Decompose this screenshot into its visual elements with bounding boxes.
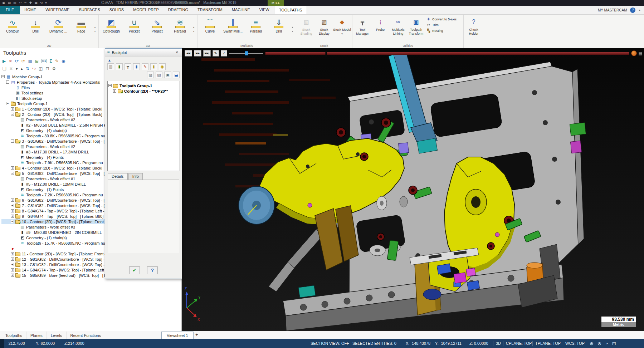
hatch-b-icon[interactable]: ▧ <box>156 72 162 78</box>
display-vectors-icon[interactable]: ✎ <box>142 63 148 70</box>
project-button[interactable]: ⇘Project <box>146 15 169 33</box>
expand-icon[interactable]: + <box>11 209 14 212</box>
gallery-expander-icon[interactable]: ▴▾ <box>290 15 295 43</box>
help-icon[interactable]: ? <box>630 8 635 13</box>
regen-icon[interactable]: ⟲ <box>40 0 43 6</box>
move-insert-down-icon[interactable]: ▾ <box>16 66 18 72</box>
probe-button[interactable]: ¡Probe <box>371 15 389 32</box>
quick-verify-icon[interactable]: ▮ <box>150 63 157 70</box>
tab-home[interactable]: HOME <box>20 6 41 14</box>
options-gear-icon[interactable]: ⚙ <box>52 66 56 72</box>
fit-screen-icon[interactable]: ⊡ <box>612 339 616 348</box>
section-view-status[interactable]: SECTION VIEW: OFF <box>311 339 349 348</box>
edit-selected-icon[interactable]: ✎ <box>55 58 59 64</box>
graphics-viewport[interactable]: Z Y X ◀◀ ▶▶ ▶▶| ✎ ∕ ▤ 93.530 mm Metric <box>182 48 644 331</box>
convert-to-5axis-button[interactable]: ✚Convert to 5-axis <box>426 17 461 21</box>
dynamic-mill-button[interactable]: ⟳Dynamic ... <box>47 15 70 33</box>
step-back-button[interactable]: ◀◀ <box>185 50 192 57</box>
select-all-operations-icon[interactable]: ▶ <box>3 58 6 64</box>
collapse-icon[interactable]: − <box>6 102 9 105</box>
stock-model-button[interactable]: ◆Stock Model ▾ <box>333 15 351 36</box>
stock-display-button[interactable]: ▨Stock Display <box>315 15 333 36</box>
add-viewsheet-button[interactable]: + <box>195 332 198 337</box>
lamp-icon[interactable]: ◉ <box>159 63 166 70</box>
cplane-status[interactable]: CPLANE: TOP <box>506 339 532 348</box>
tab-info[interactable]: Info <box>128 173 143 180</box>
timeline-cursor[interactable] <box>325 51 327 57</box>
tab-transform[interactable]: TRANSFORM <box>193 6 227 14</box>
grid-icon[interactable]: ▦ <box>34 0 38 6</box>
expand-icon[interactable]: + <box>11 107 14 111</box>
qat-more-icon[interactable]: ▾ <box>45 0 47 6</box>
expand-icon[interactable]: + <box>113 89 116 93</box>
optirough-button[interactable]: ◩OptiRough <box>100 15 123 33</box>
export-icon[interactable]: ▤ <box>639 51 642 56</box>
units-globe-icon[interactable]: ⊕ <box>590 339 594 348</box>
manager-tab-toolpaths[interactable]: Toolpaths <box>1 332 26 339</box>
scroll-insert-icon[interactable]: ↪ <box>32 66 36 72</box>
gallery-expander-icon[interactable]: ▴▾ <box>93 15 97 43</box>
redo-icon[interactable]: ↷ <box>24 0 27 6</box>
expand-icon[interactable]: + <box>11 198 14 202</box>
verify-tool-icon[interactable]: ⊞ <box>35 58 39 64</box>
regen-selected-icon[interactable]: ⟳ <box>15 58 19 64</box>
open-icon[interactable]: ▤ <box>8 0 11 6</box>
check-holder-button[interactable]: ?Check Holder <box>465 15 483 36</box>
columns-icon[interactable]: ◫ <box>39 66 43 72</box>
fast-forward-button[interactable]: ▶▶ <box>194 50 201 57</box>
insert-arrow-icon[interactable]: ⇅ <box>26 66 29 72</box>
collapse-icon[interactable]: − <box>1 75 5 78</box>
nesting-button[interactable]: ▚Nesting <box>426 29 461 33</box>
speed-slider-thumb[interactable] <box>245 51 248 55</box>
speed-slider[interactable] <box>229 51 263 56</box>
expand-icon[interactable]: + <box>11 263 14 266</box>
new-icon[interactable]: ✚ <box>29 0 32 6</box>
expand-icon[interactable]: + <box>11 204 14 207</box>
expand-icon[interactable]: + <box>11 166 14 170</box>
print-icon[interactable]: ▥ <box>13 0 16 6</box>
tab-drafting[interactable]: DRAFTING <box>164 6 193 14</box>
curve-button[interactable]: ⌒Curve <box>199 15 221 33</box>
save-options-icon[interactable]: ⬓ <box>173 72 180 78</box>
help-button[interactable]: ? <box>147 266 158 274</box>
selected-entities-status[interactable]: SELECTED ENTITIES: 0 <box>352 339 396 348</box>
tree-item[interactable]: +Contour (2D) - **OP20** <box>108 88 179 94</box>
trim-button[interactable]: ✂Trim <box>426 23 461 27</box>
follow-mode-icon[interactable]: ∕ <box>221 50 227 57</box>
tab-toolpaths[interactable]: TOOLPATHS <box>274 6 307 14</box>
ok-button[interactable]: ✔ <box>129 266 140 274</box>
lock-icon[interactable]: ❏ <box>3 66 6 72</box>
tplane-status[interactable]: TPLANE: TOP <box>535 339 561 348</box>
contour-button[interactable]: ∿Contour <box>1 15 24 33</box>
tab-solids[interactable]: SOLIDS <box>105 6 128 14</box>
tree-item[interactable]: −Toolpath Group-1 <box>108 83 179 88</box>
collapse-icon[interactable]: − <box>11 113 14 116</box>
collapse-icon[interactable]: − <box>108 84 112 87</box>
expand-icon[interactable]: + <box>11 268 14 271</box>
display-holder-icon[interactable]: ┳ <box>125 63 131 70</box>
collapse-icon[interactable]: − <box>11 139 14 143</box>
viewsheet-tab[interactable]: Viewsheet 1 <box>161 332 194 339</box>
deselect-all-icon[interactable]: ✕ <box>9 58 12 64</box>
face-button[interactable]: ▬Face <box>70 15 93 33</box>
collapse-ribbon-icon[interactable]: ▴ <box>639 8 640 12</box>
mill-context-tab[interactable]: MILL <box>268 0 284 6</box>
parallel-3d-button[interactable]: ≋Parallel <box>169 15 191 33</box>
collapse-icon[interactable]: − <box>11 220 14 223</box>
trace-mode-icon[interactable]: ✎ <box>213 50 219 57</box>
tab-machine[interactable]: MACHINE <box>227 6 255 14</box>
backplot-timeline[interactable] <box>265 52 629 55</box>
parallel-multiaxis-button[interactable]: ≡Parallel <box>244 15 267 33</box>
tab-surfaces[interactable]: SURFACES <box>74 6 104 14</box>
feed-optimize-icon[interactable]: Σ <box>50 58 52 64</box>
swarf-milling-button[interactable]: ∥Swarf Milli... <box>221 15 244 33</box>
expand-icon[interactable]: + <box>11 274 14 277</box>
delete-operations-icon[interactable]: ✕ <box>9 66 13 72</box>
drill-button[interactable]: ↓Drill <box>24 15 47 33</box>
collapse-all-icon[interactable]: ⊟ <box>45 66 49 72</box>
simulate-machine-icon[interactable]: ▥ <box>107 63 114 70</box>
backplot-tool-icon[interactable]: ▦ <box>28 58 32 64</box>
pocket-button[interactable]: ∪Pocket <box>123 15 146 33</box>
tab-model-prep[interactable]: MODEL PREP <box>128 6 164 14</box>
display-rapid-icon[interactable]: ▮ <box>133 63 140 70</box>
